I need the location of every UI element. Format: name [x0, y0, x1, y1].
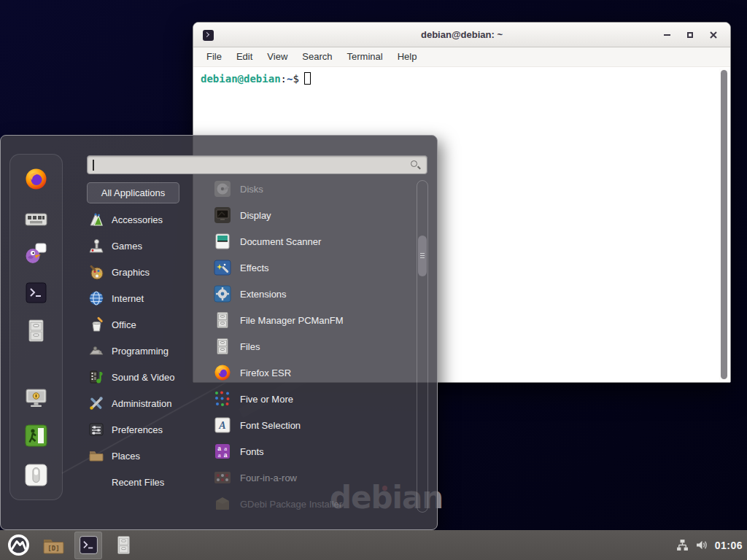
category-accessories[interactable]: Accessories: [82, 206, 203, 233]
favorite-virtual-keyboard-button[interactable]: [24, 207, 48, 231]
favorite-file-manager-button[interactable]: [24, 319, 48, 343]
app-row-four-in-a-row[interactable]: Four-in-a-row: [207, 464, 413, 491]
category-recent-files[interactable]: Recent Files: [82, 469, 203, 495]
session-shutdown-button[interactable]: [24, 463, 48, 487]
category-label: Accessories: [112, 214, 163, 225]
menu-help[interactable]: Help: [390, 47, 425, 66]
desktop: debian debian@debian: ~ File Edit View S…: [0, 0, 747, 560]
app-row-document-scanner[interactable]: Document Scanner: [207, 228, 413, 254]
category-label: Preferences: [112, 424, 163, 435]
app-label: Fonts: [240, 446, 264, 457]
svg-text:A: A: [218, 420, 225, 431]
app-label: Display: [240, 210, 271, 221]
taskbar: [D]: [0, 530, 747, 560]
recent-files-spacer: [88, 474, 104, 490]
terminal-cursor: [304, 72, 311, 85]
terminal-scrollbar[interactable]: [719, 69, 729, 381]
menu-terminal[interactable]: Terminal: [340, 47, 390, 66]
category-label: Administration: [112, 398, 171, 409]
app-row-files[interactable]: Files: [207, 333, 413, 359]
app-row-effects[interactable]: Effects: [207, 254, 413, 281]
taskbar-terminal-button[interactable]: [74, 532, 102, 559]
app-label: Firefox ESR: [240, 368, 291, 378]
files-folder-button[interactable]: [D]: [39, 532, 67, 559]
games-icon: [88, 238, 104, 254]
gdebi-icon: [214, 495, 231, 513]
app-label: File Manager PCManFM: [240, 315, 344, 326]
category-all-applications[interactable]: All Applications: [87, 182, 179, 203]
favorite-firefox-button[interactable]: [24, 167, 48, 191]
clock[interactable]: 01:06: [715, 540, 743, 551]
app-row-five-or-more[interactable]: Five or More: [207, 386, 413, 412]
category-places[interactable]: Places: [82, 443, 203, 469]
app-label: GDebi Package Installer: [240, 499, 342, 510]
menu-file[interactable]: File: [199, 47, 229, 66]
menu-scrollbar-track[interactable]: [417, 180, 428, 513]
folder-icon: [D]: [42, 536, 65, 555]
minimize-button[interactable]: [657, 23, 676, 47]
menu-view[interactable]: View: [260, 47, 295, 66]
fonts-icon: a a a a: [214, 443, 231, 460]
close-button[interactable]: [704, 23, 723, 47]
effects-icon: [214, 259, 231, 276]
category-preferences[interactable]: Preferences: [82, 416, 203, 443]
file-cabinet-icon: [24, 319, 48, 343]
four-in-a-row-icon: [214, 469, 231, 486]
maximize-button[interactable]: [681, 23, 700, 47]
taskbar-file-manager-button[interactable]: [109, 532, 137, 559]
favorite-terminal-button[interactable]: [24, 281, 48, 305]
app-row-display[interactable]: Display: [207, 202, 413, 228]
category-label: Internet: [112, 293, 144, 304]
category-games[interactable]: Games: [82, 233, 203, 259]
places-icon: [88, 448, 104, 464]
virtual-keyboard-icon: [24, 207, 48, 231]
category-office[interactable]: Office: [82, 311, 203, 338]
volume-icon[interactable]: [695, 539, 708, 551]
app-row-gdebi[interactable]: GDebi Package Installer: [207, 491, 413, 517]
svg-text:a: a: [224, 451, 228, 459]
app-label: Extensions: [240, 289, 287, 300]
app-row-firefox-esr[interactable]: Firefox ESR: [207, 359, 413, 386]
taskbar-launchers: [D]: [0, 532, 137, 559]
search-input[interactable]: [87, 155, 427, 174]
category-list: Accessories Games Graphics: [82, 206, 203, 495]
session-log-out-button[interactable]: [24, 424, 48, 448]
app-row-fonts[interactable]: a a a a Fonts: [207, 438, 413, 464]
administration-icon: [88, 395, 104, 411]
menu-button[interactable]: [4, 532, 32, 559]
category-administration[interactable]: Administration: [82, 390, 203, 416]
application-menu: All Applications Accessories Games: [0, 135, 438, 530]
prompt-colon: :: [281, 73, 287, 85]
menu-scrollbar-thumb[interactable]: [418, 236, 427, 276]
network-icon[interactable]: [676, 539, 689, 551]
app-row-disks[interactable]: Disks: [207, 176, 413, 202]
taskbar-system-tray: 01:06: [676, 530, 743, 560]
terminal-titlebar[interactable]: debian@debian: ~: [193, 23, 730, 47]
category-graphics[interactable]: Graphics: [82, 259, 203, 285]
lock-screen-icon: [24, 386, 48, 410]
files-icon: [214, 338, 231, 355]
programming-icon: [88, 343, 104, 359]
app-row-font-selection[interactable]: A Font Selection: [207, 412, 413, 438]
menu-edit[interactable]: Edit: [229, 47, 260, 66]
app-row-extensions[interactable]: Extensions: [207, 281, 413, 307]
category-programming[interactable]: Programming: [82, 338, 203, 364]
app-label: Four-in-a-row: [240, 472, 297, 483]
app-label: Five or More: [240, 394, 293, 405]
display-icon: [214, 206, 231, 224]
terminal-scrollbar-thumb[interactable]: [721, 70, 727, 379]
category-label: Graphics: [112, 267, 150, 278]
menu-search[interactable]: Search: [295, 47, 339, 66]
app-label: Disks: [240, 184, 263, 195]
app-row-file-manager-pcmanfm[interactable]: File Manager PCManFM: [207, 307, 413, 333]
category-internet[interactable]: Internet: [82, 285, 203, 311]
category-sound-video[interactable]: Sound & Video: [82, 364, 203, 390]
menu-button-icon: [7, 534, 30, 556]
app-label: Files: [240, 341, 260, 352]
graphics-icon: [88, 264, 104, 280]
favorite-pidgin-button[interactable]: [24, 241, 48, 265]
session-lock-screen-button[interactable]: [24, 386, 48, 410]
firefox-esr-icon: [214, 364, 231, 381]
search-caret: [93, 160, 94, 171]
pcmanfm-icon: [214, 311, 231, 329]
